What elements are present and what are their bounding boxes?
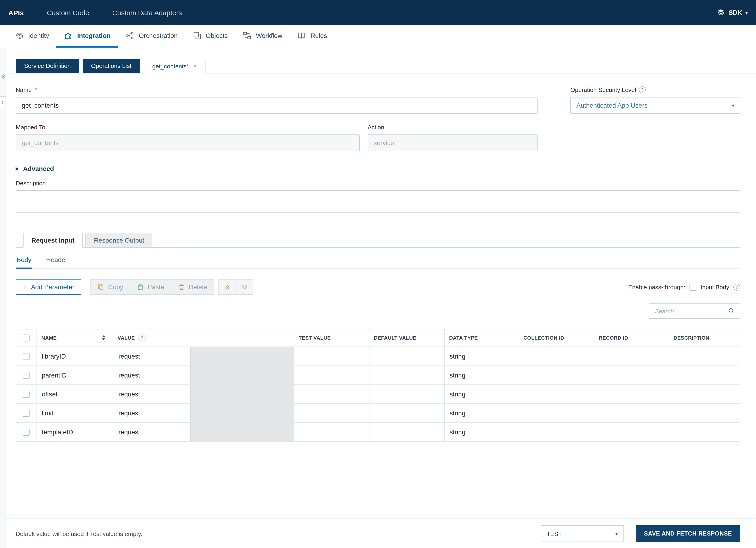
record-id-cell[interactable] [594,347,669,366]
description-textarea[interactable] [16,190,740,212]
param-name-cell[interactable]: limit [36,403,113,422]
test-value-cell[interactable] [294,385,369,403]
close-icon[interactable]: ✕ [193,63,197,69]
tab-header[interactable]: Header [45,253,68,269]
module-orchestration[interactable]: Orchestration [118,25,185,48]
topnav-custom-code[interactable]: Custom Code [47,9,89,16]
module-identity-label: Identity [28,32,49,39]
row-select-cell [16,385,36,403]
tab-service-definition[interactable]: Service Definition [16,59,79,73]
row-checkbox[interactable] [23,429,30,436]
collection-id-cell[interactable] [519,366,594,385]
row-checkbox[interactable] [23,372,30,379]
test-value-cell[interactable] [294,347,369,366]
search-row [16,303,740,319]
move-down-button[interactable] [236,279,253,295]
module-identity[interactable]: Identity [7,25,56,48]
environment-select[interactable]: TEST ▾ [541,525,624,542]
paste-button[interactable]: Paste [130,279,171,295]
security-level-value: Authenticated App Users [576,102,647,109]
value-editor-disabled [190,347,293,365]
record-id-cell[interactable] [594,422,669,441]
data-type-cell[interactable]: string [444,422,519,441]
help-icon[interactable]: ? [639,86,646,93]
advanced-toggle[interactable]: ▶ Advanced [16,165,54,172]
default-value-cell[interactable] [369,422,444,441]
test-value-cell[interactable] [294,403,369,422]
default-value-cell[interactable] [369,347,444,366]
module-objects[interactable]: Objects [185,25,235,48]
module-workflow[interactable]: Workflow [235,25,290,48]
add-parameter-button[interactable]: + Add Parameter [16,279,81,295]
io-tabstrip: Request Input Response Output [16,232,740,248]
sort-icon[interactable] [101,335,106,341]
objects-icon [192,31,202,40]
description-cell[interactable] [669,385,740,403]
collection-id-cell[interactable] [519,422,594,441]
description-cell[interactable] [669,403,740,422]
param-value-cell[interactable]: request [113,366,294,385]
action-label: Action [368,124,538,131]
record-id-cell[interactable] [594,366,669,385]
param-value-text: request [113,385,190,403]
tab-body[interactable]: Body [16,253,32,269]
row-checkbox[interactable] [23,391,30,398]
description-cell[interactable] [669,422,740,441]
delete-button[interactable]: Delete [171,279,214,295]
input-body-label: Input Body [701,284,729,291]
tab-operations-list[interactable]: Operations List [83,59,140,73]
row-checkbox[interactable] [23,353,30,360]
move-up-button[interactable] [218,279,236,295]
collection-id-cell[interactable] [519,403,594,422]
param-value-cell[interactable]: request [113,347,294,366]
save-and-fetch-button[interactable]: SAVE AND FETCH RESPONSE [636,525,740,542]
workflow-icon [242,31,252,40]
test-value-cell[interactable] [294,366,369,385]
data-type-cell[interactable]: string [444,403,519,422]
data-type-cell[interactable]: string [444,347,519,366]
collection-id-cell[interactable] [519,385,594,403]
module-integration[interactable]: Integration [56,25,118,48]
help-icon[interactable]: ? [733,284,740,291]
caret-down-icon: ▾ [615,531,618,536]
topnav-apis[interactable]: APIs [8,9,24,16]
help-icon[interactable]: ? [139,335,145,342]
param-value-cell[interactable]: request [113,422,294,441]
tab-response-output[interactable]: Response Output [86,233,153,247]
default-value-cell[interactable] [369,366,444,385]
param-value-cell[interactable]: request [113,385,294,403]
tab-operation-get-contents[interactable]: get_contents* ✕ [143,59,206,73]
description-cell[interactable] [669,366,740,385]
default-value-cell[interactable] [369,403,444,422]
search-input[interactable] [654,307,724,315]
sdk-menu[interactable]: SDK ▾ [717,8,748,17]
pass-through-control: Enable pass-through: Input Body ? [628,284,741,291]
param-value-cell[interactable]: request [113,403,294,422]
record-id-cell[interactable] [594,403,669,422]
name-input[interactable] [16,97,538,114]
topnav-custom-data-adapters[interactable]: Custom Data Adapters [112,9,182,16]
copy-button[interactable]: Copy [90,279,130,295]
tab-request-input[interactable]: Request Input [23,233,83,248]
default-value-cell[interactable] [369,385,444,403]
collection-id-cell[interactable] [519,347,594,366]
test-value-cell[interactable] [294,422,369,441]
data-type-cell[interactable]: string [444,366,519,385]
security-level-select[interactable]: Authenticated App Users ▾ [570,97,740,114]
row-checkbox[interactable] [23,410,30,417]
record-id-cell[interactable] [594,385,669,403]
module-rules[interactable]: Rules [290,25,335,48]
plus-icon: + [23,283,27,291]
data-type-cell[interactable]: string [444,385,519,403]
body-header-tabs: Body Header [16,253,740,269]
select-all-checkbox[interactable] [23,335,30,342]
action-block: Action [368,124,538,151]
param-name-cell[interactable]: templateID [36,422,113,441]
param-name-cell[interactable]: parentID [36,366,113,385]
param-name-cell[interactable]: offset [36,385,113,403]
input-body-checkbox[interactable] [689,284,696,291]
col-header-name[interactable]: NAME [36,330,113,347]
operation-editor: Name* Operation Security Level ? Authent… [0,86,756,509]
description-cell[interactable] [669,347,740,366]
param-name-cell[interactable]: libraryID [36,347,113,366]
